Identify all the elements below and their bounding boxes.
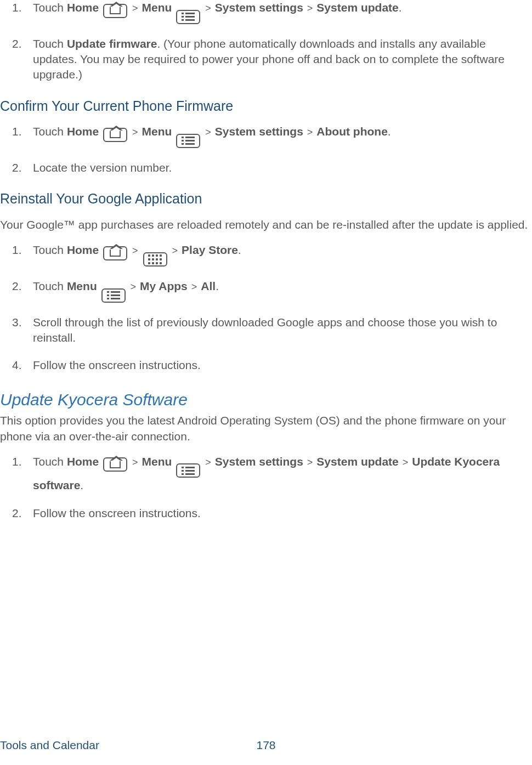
bold: About phone	[316, 125, 387, 138]
home-icon	[103, 246, 127, 260]
list-num: 3.	[12, 315, 22, 330]
list-item: 4. Follow the onscreen instructions.	[33, 358, 532, 373]
sep: >	[128, 281, 139, 292]
list-item: 3. Scroll through the list of previously…	[33, 315, 532, 346]
list-item: 2. Touch Update firmware. (Your phone au…	[33, 36, 532, 83]
bold: System settings	[215, 455, 303, 468]
footer: Tools and Calendar 178	[0, 738, 532, 753]
text: .	[80, 479, 83, 491]
sep: >	[169, 245, 181, 256]
text: Follow the onscreen instructions.	[33, 359, 201, 371]
list-num: 1.	[12, 242, 22, 258]
sep: >	[304, 127, 316, 138]
footer-page-number: 178	[256, 738, 275, 753]
sep: >	[202, 457, 214, 468]
bold: System update	[316, 455, 398, 468]
bold: System update	[316, 1, 398, 14]
paragraph: Your Google™ app purchases are reloaded …	[0, 217, 532, 233]
list-item: 1. Touch Home > Menu > System settings >…	[33, 454, 532, 494]
bold: Home	[67, 125, 99, 138]
heading-reinstall-google: Reinstall Your Google Application	[0, 190, 532, 208]
sep: >	[400, 457, 411, 468]
bold: Home	[67, 455, 99, 468]
bold: Menu	[67, 280, 97, 292]
list-num: 2.	[12, 36, 22, 52]
home-icon	[103, 457, 127, 472]
text: Scroll through the list of previously do…	[33, 316, 497, 344]
sep: >	[129, 3, 141, 14]
home-icon	[103, 4, 127, 18]
heading-confirm-firmware: Confirm Your Current Phone Firmware	[0, 97, 532, 116]
bold: Menu	[142, 125, 172, 138]
bold: Update firmware	[67, 37, 157, 50]
list-num: 4.	[12, 358, 22, 373]
paragraph: This option provides you the latest Andr…	[0, 413, 532, 444]
list-item: 1. Touch Home > Menu > System settings >…	[33, 0, 532, 24]
doc-page: 1. Touch Home > Menu > System settings >…	[0, 0, 532, 521]
menu-icon	[176, 10, 200, 24]
text: Touch	[33, 125, 67, 138]
list4: 1. Touch Home > Menu > System settings >…	[0, 454, 532, 521]
list-num: 1.	[12, 454, 22, 469]
text: Touch	[33, 455, 67, 468]
text: .	[399, 1, 402, 14]
list-item: 2. Follow the onscreen instructions.	[33, 506, 532, 521]
menu-icon	[176, 463, 200, 478]
list-num: 1.	[12, 0, 22, 15]
home-icon	[103, 128, 127, 142]
heading-update-kyocera: Update Kyocera Software	[0, 389, 532, 411]
sep: >	[129, 245, 141, 256]
bold: System settings	[215, 125, 303, 138]
list-item: 1. Touch Home > Menu > System settings >…	[33, 124, 532, 148]
menu-icon	[176, 134, 200, 148]
sep: >	[304, 3, 316, 14]
bold: Menu	[142, 455, 172, 468]
list-item: 2. Locate the version number.	[33, 160, 532, 175]
list-num: 2.	[12, 160, 22, 175]
footer-section: Tools and Calendar	[0, 738, 99, 753]
list-num: 2.	[12, 506, 22, 521]
list-num: 2.	[12, 279, 22, 294]
sep: >	[304, 457, 316, 468]
list1: 1. Touch Home > Menu > System settings >…	[0, 0, 532, 83]
sep: >	[202, 3, 214, 14]
list2: 1. Touch Home > Menu > System settings >…	[0, 124, 532, 175]
apps-icon	[143, 252, 167, 267]
sep: >	[202, 127, 214, 138]
bold: My Apps	[140, 280, 188, 292]
list3: 1. Touch Home > > Play Store. 2. Touch M…	[0, 242, 532, 373]
text: .	[216, 280, 219, 292]
sep: >	[129, 127, 141, 138]
menu-icon	[101, 288, 126, 303]
text: Follow the onscreen instructions.	[33, 507, 201, 519]
bold: Home	[67, 1, 99, 14]
text: Touch	[33, 280, 67, 292]
text: Touch	[33, 37, 67, 50]
bold: All	[201, 280, 216, 292]
text: .	[238, 243, 241, 256]
bold: System settings	[215, 1, 303, 14]
sep: >	[129, 457, 141, 468]
list-item: 1. Touch Home > > Play Store.	[33, 242, 532, 267]
list-item: 2. Touch Menu > My Apps > All.	[33, 279, 532, 303]
text: .	[388, 125, 391, 138]
list-num: 1.	[12, 124, 22, 139]
text: Touch	[33, 1, 67, 14]
text: Locate the version number.	[33, 161, 172, 174]
sep: >	[189, 281, 200, 292]
bold: Home	[67, 243, 99, 256]
text: Touch	[33, 243, 67, 256]
bold: Play Store	[182, 243, 238, 256]
bold: Menu	[142, 1, 172, 14]
